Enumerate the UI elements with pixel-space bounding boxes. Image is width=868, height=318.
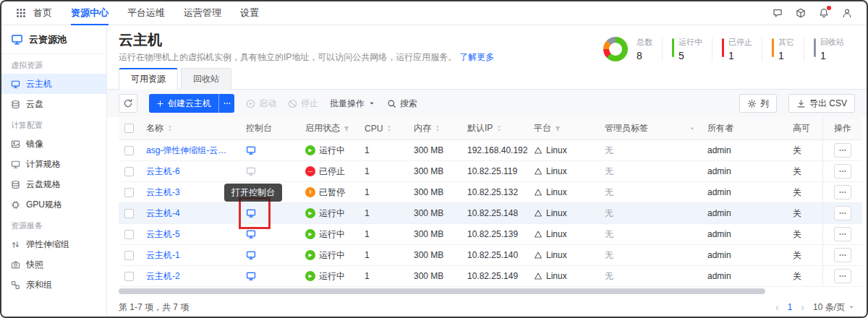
row-actions-button[interactable] (834, 185, 851, 199)
nav-item[interactable]: 平台运维 (127, 1, 165, 25)
row-checkbox[interactable] (124, 188, 134, 197)
select-all-header[interactable] (119, 117, 140, 139)
row-actions-button[interactable] (834, 227, 851, 241)
sort-icon[interactable] (495, 124, 503, 132)
message-icon[interactable] (773, 8, 783, 18)
select-all-checkbox[interactable] (124, 124, 134, 133)
cell-console (240, 266, 299, 286)
status-label: 运行中 (319, 145, 345, 157)
nav-item[interactable]: 设置 (240, 1, 259, 25)
sidebar-item[interactable]: 云盘 (1, 94, 106, 114)
stat-value: 8 (637, 50, 652, 61)
stat-color-tick (672, 38, 674, 57)
sort-icon[interactable] (434, 124, 441, 132)
stop-button[interactable]: 停止 (288, 98, 318, 110)
console-icon[interactable] (246, 271, 256, 281)
sidebar-item[interactable]: 弹性伸缩组 (1, 234, 106, 254)
stats-items: 总数8运行中5已停止1其它1回收站1 (637, 37, 854, 61)
column-header-cpu[interactable]: CPU (359, 117, 408, 139)
sort-icon[interactable] (386, 124, 393, 132)
columns-settings-button[interactable]: 列 (739, 94, 777, 113)
row-checkbox[interactable] (124, 251, 134, 260)
console-icon[interactable] (246, 229, 256, 239)
row-actions-button[interactable] (834, 269, 851, 283)
console-icon[interactable] (246, 166, 256, 176)
row-actions-button[interactable] (834, 248, 851, 262)
sidebar-item[interactable]: GPU规格 (1, 194, 106, 215)
learn-more-link[interactable]: 了解更多 (459, 52, 494, 62)
batch-actions-button[interactable]: 批量操作 (330, 98, 375, 110)
sidebar-item[interactable]: 亲和组 (1, 275, 106, 295)
cell-actions (822, 140, 862, 160)
column-header-ip[interactable]: 默认IP (461, 117, 528, 139)
prev-page-button[interactable]: ‹ (775, 301, 779, 313)
next-page-button[interactable]: › (801, 301, 804, 313)
sort-icon[interactable] (166, 124, 174, 132)
app-launcher-grid-icon[interactable] (16, 8, 26, 18)
package-icon[interactable] (796, 8, 806, 18)
current-page[interactable]: 1 (788, 302, 793, 312)
row-actions-button[interactable] (834, 206, 851, 220)
row-checkbox[interactable] (124, 230, 134, 239)
start-button[interactable]: 启动 (246, 98, 276, 110)
nav-item[interactable]: 运营管理 (184, 1, 221, 25)
refresh-button[interactable] (119, 94, 137, 113)
cell-ip: 10.82.25.119 (461, 161, 528, 181)
chevron-down-icon[interactable] (689, 125, 696, 132)
nav-item[interactable]: 首页 (33, 1, 52, 25)
platform-label: Linux (546, 250, 567, 260)
row-checkbox[interactable] (124, 146, 134, 155)
row-checkbox[interactable] (124, 167, 134, 176)
cell-select (119, 182, 140, 202)
status-label: 运行中 (319, 228, 345, 241)
console-icon[interactable] (246, 250, 256, 260)
row-checkbox[interactable] (124, 209, 134, 218)
sidebar-item[interactable]: 镜像 (1, 134, 106, 154)
disk-icon (11, 180, 20, 189)
cell-select (119, 266, 140, 286)
sidebar-item[interactable]: 云主机 (1, 74, 106, 94)
sidebar-item[interactable]: 计算规格 (1, 154, 106, 174)
console-icon[interactable] (246, 208, 256, 218)
vm-name-link[interactable]: 云主机-2 (146, 270, 180, 283)
page-size-select[interactable]: 10 条/页 (813, 301, 855, 314)
search-button[interactable]: 搜索 (387, 98, 417, 110)
cell-ip: 10.82.25.148 (461, 203, 528, 223)
cell-name: 云主机-6 (140, 161, 240, 181)
cell-platform: Linux (528, 224, 599, 244)
sidebar-item[interactable]: 云盘规格 (1, 174, 106, 194)
row-checkbox[interactable] (124, 272, 134, 281)
vm-name-link[interactable]: 云主机-5 (146, 228, 180, 241)
filter-icon[interactable] (554, 125, 561, 132)
column-header-status[interactable]: 启用状态 (299, 117, 359, 139)
sidebar-title-label: 云资源池 (29, 33, 67, 46)
create-vm-button[interactable]: 创建云主机 (149, 94, 218, 113)
row-actions-button[interactable] (834, 164, 851, 179)
vm-name-link[interactable]: 云主机-4 (146, 207, 180, 220)
column-header-memory[interactable]: 内存 (408, 117, 461, 139)
table-row: 云主机-1▶运行中1300 MB10.82.25.140Linux无admin关 (119, 245, 862, 266)
console-icon[interactable] (246, 145, 256, 155)
tab[interactable]: 回收站 (181, 68, 231, 90)
filter-icon[interactable] (343, 125, 350, 132)
sidebar-item[interactable]: 快照 (1, 254, 106, 275)
scrollbar-thumb[interactable] (119, 288, 765, 294)
column-header-platform[interactable]: 平台 (528, 117, 599, 139)
stats-summary: 总数8运行中5已停止1其它1回收站1 (603, 31, 854, 63)
vm-name-link[interactable]: 云主机-6 (146, 166, 180, 178)
nav-item[interactable]: 资源中心 (71, 1, 109, 25)
export-csv-button[interactable]: 导出 CSV (788, 94, 855, 113)
vm-name-link[interactable]: 云主机-3 (146, 186, 180, 199)
sidebar-title[interactable]: 云资源池 (1, 25, 106, 54)
user-account-icon[interactable] (842, 8, 852, 18)
row-actions-button[interactable] (834, 143, 851, 158)
cell-memory: 300 MB (408, 245, 461, 265)
column-header-name[interactable]: 名称 (140, 117, 240, 139)
notification-bell[interactable] (819, 8, 829, 18)
column-label: 默认IP (467, 122, 493, 134)
cell-status: ▶运行中 (299, 203, 359, 223)
vm-name-link[interactable]: 云主机-1 (146, 249, 180, 262)
create-vm-more-button[interactable] (218, 94, 234, 113)
tab[interactable]: 可用资源 (119, 68, 178, 90)
vm-name-link[interactable]: asg-弹性伸缩组-云主机-1e2fc (146, 145, 234, 157)
